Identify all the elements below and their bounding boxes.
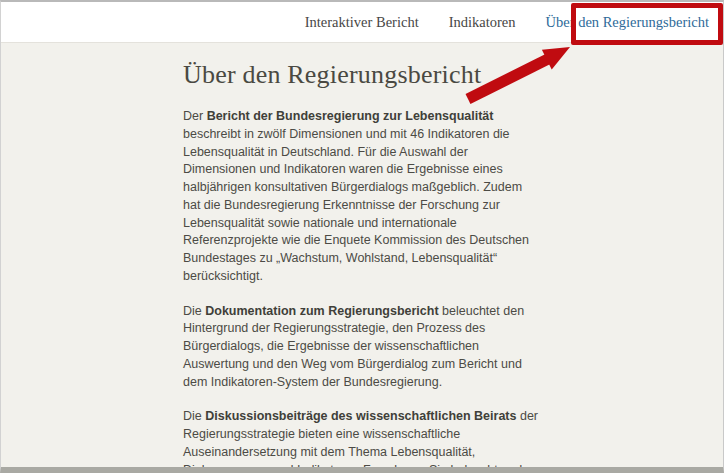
paragraph-bericht: Der Bericht der Bundesregierung zur Lebe… bbox=[183, 108, 540, 286]
nav-item-interaktiver-bericht[interactable]: Interaktiver Bericht bbox=[305, 14, 419, 31]
paragraph-text: beschreibt in zwölf Dimensionen und mit … bbox=[183, 127, 529, 283]
paragraph-text: Die bbox=[183, 409, 205, 423]
paragraph-bold-lead: Dokumentation zum Regierungsbericht bbox=[205, 304, 438, 318]
paragraph-dokumentation: Die Dokumentation zum Regierungsbericht … bbox=[183, 303, 540, 392]
nav-item-ueber-den-regierungsbericht[interactable]: Über den Regierungsbericht bbox=[546, 14, 709, 31]
paragraph-text: Die bbox=[183, 304, 205, 318]
nav-item-indikatoren[interactable]: Indikatoren bbox=[449, 14, 516, 31]
content-area: Über den Regierungsbericht Der Bericht d… bbox=[183, 52, 540, 473]
page-title: Über den Regierungsbericht bbox=[183, 60, 540, 90]
top-nav: Interaktiver Bericht Indikatoren Über de… bbox=[1, 2, 723, 43]
paragraph-bold-lead: Bericht der Bundesregierung zur Lebensqu… bbox=[207, 109, 494, 123]
app-window: Interaktiver Bericht Indikatoren Über de… bbox=[0, 0, 724, 473]
paragraph-bold-lead: Diskussionsbeiträge des wissenschaftlich… bbox=[205, 409, 516, 423]
paragraph-diskussionsbeitraege: Die Diskussionsbeiträge des wissenschaft… bbox=[183, 408, 540, 473]
paragraph-text: Der bbox=[183, 109, 207, 123]
